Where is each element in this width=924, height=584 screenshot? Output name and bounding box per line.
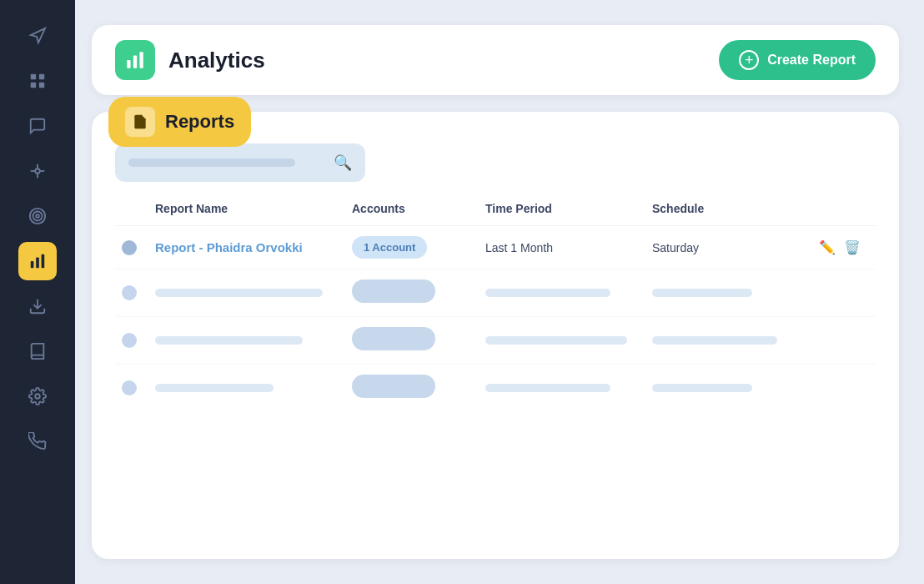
sidebar-item-messages[interactable] — [18, 107, 57, 145]
placeholder-schedule — [652, 336, 777, 345]
placeholder-accounts — [352, 279, 435, 303]
placeholder-name — [155, 289, 323, 297]
document-icon — [132, 113, 148, 130]
row-bullet — [122, 380, 137, 395]
create-report-label: Create Report — [767, 53, 856, 68]
svg-point-12 — [36, 214, 39, 218]
sidebar-item-settings[interactable] — [18, 377, 57, 415]
sidebar-item-support[interactable] — [18, 422, 57, 461]
sidebar-item-library[interactable] — [18, 332, 57, 370]
table-row — [115, 365, 876, 411]
svg-point-17 — [35, 394, 40, 399]
svg-rect-1 — [31, 74, 36, 79]
sidebar — [0, 0, 75, 584]
search-icon[interactable]: 🔍 — [334, 154, 352, 172]
reports-tab-icon — [125, 107, 155, 137]
table-col-report-name: Report Name — [155, 202, 352, 215]
search-input-placeholder — [128, 159, 295, 167]
time-period-cell: Last 1 Month — [485, 241, 652, 254]
svg-point-5 — [35, 169, 40, 174]
report-name-link[interactable]: Report - Phaidra Orvokki — [155, 240, 352, 254]
placeholder-schedule — [652, 289, 752, 297]
placeholder-accounts — [352, 375, 435, 398]
content-area: Reports 🔍 Report Name Accounts Time Peri… — [92, 112, 899, 559]
schedule-cell: Saturday — [652, 241, 819, 254]
row-bullet — [122, 285, 137, 300]
delete-icon[interactable]: 🗑️ — [844, 239, 861, 255]
placeholder-schedule — [652, 384, 752, 392]
svg-rect-20 — [139, 52, 143, 68]
header-left: Analytics — [115, 40, 265, 80]
svg-marker-0 — [31, 28, 45, 43]
plus-icon: + — [739, 50, 759, 70]
accounts-cell: 1 Account — [352, 236, 485, 259]
table-col-bullet — [122, 202, 155, 215]
placeholder-time — [485, 336, 627, 345]
sidebar-item-download[interactable] — [18, 287, 57, 325]
sidebar-item-navigation[interactable] — [18, 17, 57, 55]
table-row — [115, 317, 876, 365]
svg-rect-15 — [42, 254, 45, 269]
row-bullet — [122, 240, 137, 255]
svg-rect-18 — [127, 60, 130, 68]
svg-rect-19 — [133, 56, 137, 68]
row-actions: ✏️ 🗑️ — [819, 239, 869, 255]
bar-chart-icon — [124, 49, 146, 71]
sidebar-item-integrations[interactable] — [18, 152, 57, 190]
content-card: 🔍 Report Name Accounts Time Period Sched… — [92, 112, 899, 559]
svg-rect-3 — [31, 83, 36, 88]
main-content: Analytics + Create Report Reports — [75, 0, 924, 584]
placeholder-name — [155, 384, 274, 392]
svg-rect-13 — [31, 261, 34, 268]
sidebar-item-target[interactable] — [18, 197, 57, 235]
table-header: Report Name Accounts Time Period Schedul… — [115, 202, 876, 226]
reports-tab[interactable]: Reports — [108, 97, 251, 147]
placeholder-time — [485, 384, 610, 392]
table-col-time-period: Time Period — [485, 202, 652, 215]
table-col-accounts: Accounts — [352, 202, 485, 215]
create-report-button[interactable]: + Create Report — [719, 40, 876, 80]
row-bullet — [122, 333, 137, 348]
edit-icon[interactable]: ✏️ — [819, 239, 836, 255]
svg-rect-2 — [39, 74, 44, 79]
table-row: Report - Phaidra Orvokki 1 Account Last … — [115, 226, 876, 269]
svg-rect-4 — [39, 83, 44, 88]
svg-point-11 — [33, 212, 43, 221]
placeholder-accounts — [352, 327, 435, 350]
account-badge: 1 Account — [352, 236, 427, 259]
placeholder-time — [485, 289, 610, 297]
placeholder-name — [155, 336, 303, 345]
header-title: Analytics — [168, 48, 265, 73]
sidebar-item-analytics[interactable] — [18, 242, 57, 280]
sidebar-item-dashboard[interactable] — [18, 62, 57, 100]
analytics-icon-wrap — [115, 40, 155, 80]
svg-rect-14 — [36, 257, 39, 268]
table-col-schedule: Schedule — [652, 202, 819, 215]
table-row — [115, 269, 876, 317]
table-col-actions — [819, 202, 869, 215]
reports-tab-label: Reports — [165, 111, 234, 133]
header-card: Analytics + Create Report — [92, 25, 899, 95]
search-bar[interactable]: 🔍 — [115, 143, 365, 182]
